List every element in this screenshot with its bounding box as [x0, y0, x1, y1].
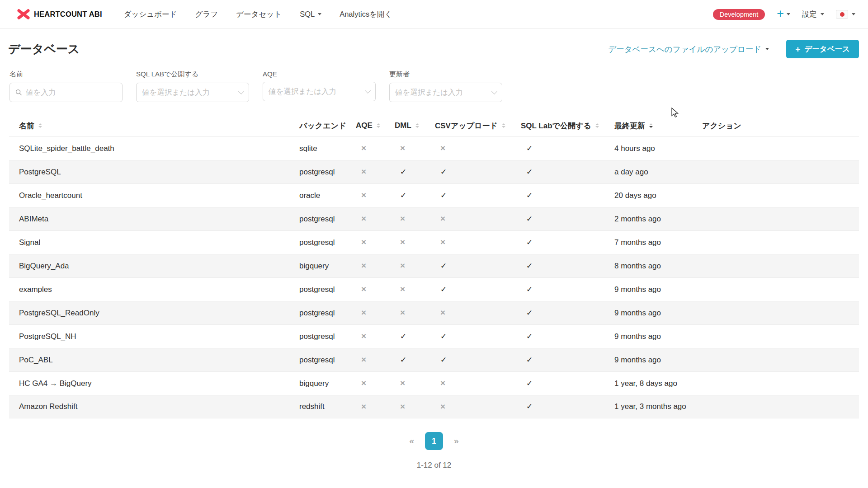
expose-sqllab-select[interactable]: 値を選択または入力 [136, 83, 249, 102]
language-menu[interactable] [836, 10, 855, 19]
last-modified: 7 months ago [604, 238, 692, 247]
dml-x-icon: × [400, 214, 405, 223]
csv-upload-cell: × [425, 308, 511, 318]
current-page-button[interactable]: 1 [425, 432, 443, 450]
aqe-select[interactable]: 値を選択または入力 [263, 82, 376, 101]
sort-icon[interactable] [415, 123, 419, 128]
table-body: SQLite_spider_battle_deathsqlite×××✓4 ho… [9, 136, 859, 418]
nav-sql-menu[interactable]: SQL [300, 10, 321, 19]
expose-in-sqllab-check-icon: ✓ [526, 309, 533, 317]
backend-value: bigquery [289, 379, 346, 388]
nav-datasets[interactable]: データセット [236, 9, 282, 19]
chevron-down-icon [238, 89, 244, 94]
dml-cell: ✓ [385, 168, 425, 177]
results-summary: 1-12 of 12 [0, 461, 868, 470]
backend-value: sqlite [289, 144, 346, 153]
csv-upload-check-icon: ✓ [440, 285, 447, 294]
dml-check-icon: ✓ [400, 356, 406, 364]
aqe-x-icon: × [361, 402, 366, 411]
database-name[interactable]: PostgreSQL [9, 168, 289, 177]
expose-in-sqllab-cell: ✓ [511, 332, 604, 341]
csv-upload-cell: ✓ [425, 191, 511, 200]
dml-cell: × [385, 144, 425, 153]
table-row: HC GA4 → BigQuerybigquery×××✓1 year, 8 d… [9, 371, 859, 395]
column-header-label: バックエンド [299, 121, 346, 131]
nav-open-analytics[interactable]: Analyticsを開く [340, 9, 392, 19]
last-modified: 8 months ago [604, 262, 692, 271]
topnav-right: Development + 設定 [713, 9, 855, 20]
column-header-2[interactable]: AQE [346, 121, 385, 130]
dml-x-icon: × [400, 238, 405, 247]
sort-icon[interactable] [595, 123, 599, 128]
prev-page-button[interactable]: « [409, 436, 414, 446]
sort-icon[interactable] [38, 123, 42, 128]
expose-in-sqllab-check-icon: ✓ [526, 191, 533, 200]
add-database-button[interactable]: + データベース [786, 40, 859, 58]
dml-x-icon: × [400, 144, 405, 153]
nav-dashboards[interactable]: ダッシュボード [124, 9, 177, 19]
database-name[interactable]: Amazon Redshift [9, 402, 289, 411]
aqe-x-icon: × [361, 379, 366, 388]
database-name[interactable]: Oracle_heartcount [9, 191, 289, 200]
column-header-7: アクション [692, 121, 859, 131]
database-name[interactable]: HC GA4 → BigQuery [9, 379, 289, 388]
filter-name: 名前 [9, 70, 123, 102]
database-name[interactable]: examples [9, 285, 289, 294]
csv-upload-check-icon: ✓ [440, 262, 447, 270]
filter-label: AQE [263, 70, 376, 78]
column-header-label: アクション [702, 121, 741, 131]
aqe-x-icon: × [361, 167, 366, 176]
brand-logo[interactable]: HEARTCOUNT ABI [17, 9, 102, 19]
last-modified: 9 months ago [604, 309, 692, 318]
modified-by-select[interactable]: 値を選択または入力 [389, 83, 502, 102]
aqe-cell: × [346, 214, 385, 224]
column-header-0[interactable]: 名前 [9, 121, 289, 131]
expose-in-sqllab-check-icon: ✓ [526, 379, 533, 388]
database-name[interactable]: ABIMeta [9, 215, 289, 224]
upload-file-to-database-link[interactable]: データベースへのファイルのアップロード [608, 44, 769, 55]
table-row: PostgreSQL_NHpostgresql×✓✓✓9 months ago [9, 324, 859, 348]
expose-in-sqllab-cell: ✓ [511, 402, 604, 411]
column-header-5[interactable]: SQL Labで公開する [511, 121, 604, 131]
database-name[interactable]: PostgreSQL_ReadOnly [9, 309, 289, 318]
database-name[interactable]: PostgreSQL_NH [9, 332, 289, 341]
csv-upload-x-icon: × [440, 308, 445, 317]
dml-cell: × [385, 261, 425, 271]
sort-icon[interactable] [502, 123, 505, 128]
csv-upload-cell: × [425, 402, 511, 412]
column-header-label: 名前 [19, 121, 34, 131]
dml-check-icon: ✓ [400, 168, 406, 176]
dml-cell: × [385, 285, 425, 294]
filter-aqe: AQE 値を選択または入力 [263, 70, 376, 102]
database-name[interactable]: BigQuery_Ada [9, 262, 289, 271]
aqe-cell: × [346, 144, 385, 153]
table-row: SQLite_spider_battle_deathsqlite×××✓4 ho… [9, 136, 859, 160]
nav-charts[interactable]: グラフ [195, 9, 218, 19]
table-row: PostgreSQLpostgresql×✓✓✓a day ago [9, 160, 859, 183]
aqe-x-icon: × [361, 191, 366, 200]
column-header-6[interactable]: 最終更新 [604, 121, 692, 131]
page-header: データベース データベースへのファイルのアップロード + データベース [0, 29, 868, 66]
expose-in-sqllab-check-icon: ✓ [526, 168, 533, 176]
database-name[interactable]: PoC_ABL [9, 356, 289, 365]
backend-value: postgresql [289, 238, 346, 247]
sort-icon[interactable] [377, 123, 380, 128]
last-modified: 9 months ago [604, 332, 692, 341]
settings-menu[interactable]: 設定 [802, 9, 824, 19]
new-item-menu[interactable]: + [777, 9, 790, 20]
database-name[interactable]: SQLite_spider_battle_death [9, 144, 289, 153]
backend-value: postgresql [289, 309, 346, 318]
next-page-button[interactable]: » [454, 436, 459, 446]
csv-upload-cell: ✓ [425, 168, 511, 177]
table-row: Signalpostgresql×××✓7 months ago [9, 230, 859, 254]
expose-in-sqllab-cell: ✓ [511, 356, 604, 365]
sort-icon[interactable] [649, 123, 653, 128]
last-modified: 9 months ago [604, 285, 692, 294]
column-header-4[interactable]: CSVアップロード [425, 121, 511, 131]
name-search-input[interactable] [9, 83, 123, 102]
csv-upload-x-icon: × [440, 379, 445, 388]
search-input[interactable] [26, 88, 117, 97]
column-header-3[interactable]: DML [385, 121, 425, 130]
filter-label: 更新者 [389, 70, 502, 79]
database-name[interactable]: Signal [9, 238, 289, 247]
